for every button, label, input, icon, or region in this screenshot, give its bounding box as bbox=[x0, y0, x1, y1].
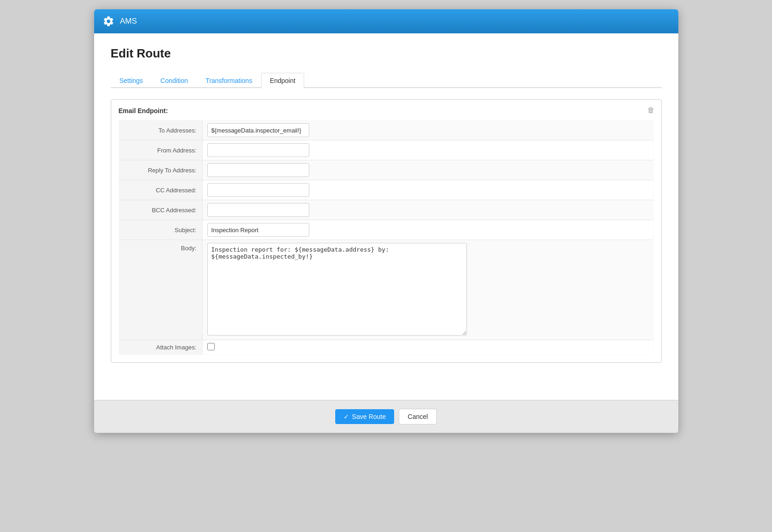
tab-condition[interactable]: Condition bbox=[152, 73, 197, 88]
attach-images-label: Attach Images: bbox=[119, 340, 202, 355]
from-address-field bbox=[202, 140, 653, 160]
bcc-row: BCC Addressed: bbox=[119, 200, 653, 220]
reply-to-row: Reply To Address: bbox=[119, 160, 653, 180]
delete-icon[interactable]: 🗑 bbox=[647, 106, 655, 114]
tab-settings[interactable]: Settings bbox=[111, 73, 152, 88]
subject-field bbox=[202, 220, 653, 240]
to-addresses-field bbox=[202, 120, 653, 140]
gear-icon bbox=[102, 15, 115, 27]
email-form-table: To Addresses: From Address: bbox=[119, 120, 654, 355]
endpoint-card: Email Endpoint: 🗑 To Addresses: From Add… bbox=[111, 99, 662, 363]
to-addresses-input[interactable] bbox=[207, 123, 309, 137]
body-textarea[interactable]: Inspection report for: ${messageData.add… bbox=[207, 243, 467, 336]
page-title: Edit Route bbox=[111, 46, 662, 61]
card-header: Email Endpoint: bbox=[119, 107, 654, 114]
to-addresses-label: To Addresses: bbox=[119, 120, 202, 140]
bcc-label: BCC Addressed: bbox=[119, 200, 202, 220]
app-window: AMS Edit Route Settings Condition Transf… bbox=[94, 9, 678, 433]
cc-row: CC Addressed: bbox=[119, 180, 653, 200]
app-name: AMS bbox=[120, 17, 137, 26]
navbar: AMS bbox=[94, 9, 678, 33]
reply-to-field bbox=[202, 160, 653, 180]
bcc-field bbox=[202, 200, 653, 220]
save-checkmark-icon: ✓ bbox=[344, 413, 349, 420]
bcc-input[interactable] bbox=[207, 203, 309, 217]
from-address-row: From Address: bbox=[119, 140, 653, 160]
subject-row: Subject: bbox=[119, 220, 653, 240]
attach-images-row: Attach Images: bbox=[119, 340, 653, 355]
body-row: Body: Inspection report for: ${messageDa… bbox=[119, 240, 653, 340]
tabs-bar: Settings Condition Transformations Endpo… bbox=[111, 72, 662, 88]
save-button[interactable]: ✓ Save Route bbox=[335, 409, 394, 424]
tab-endpoint[interactable]: Endpoint bbox=[261, 73, 304, 88]
attach-images-field bbox=[202, 340, 653, 355]
to-addresses-row: To Addresses: bbox=[119, 120, 653, 140]
subject-input[interactable] bbox=[207, 223, 309, 237]
body-field: Inspection report for: ${messageData.add… bbox=[202, 240, 653, 340]
subject-label: Subject: bbox=[119, 220, 202, 240]
main-content: Edit Route Settings Condition Transforma… bbox=[94, 33, 678, 88]
card-area: Email Endpoint: 🗑 To Addresses: From Add… bbox=[94, 88, 678, 400]
footer: ✓ Save Route Cancel bbox=[94, 400, 678, 433]
from-address-input[interactable] bbox=[207, 143, 309, 157]
cancel-button[interactable]: Cancel bbox=[399, 409, 437, 424]
save-button-label: Save Route bbox=[352, 413, 386, 420]
attach-images-checkbox[interactable] bbox=[207, 343, 215, 350]
cc-label: CC Addressed: bbox=[119, 180, 202, 200]
cc-field bbox=[202, 180, 653, 200]
tab-transformations[interactable]: Transformations bbox=[197, 73, 261, 88]
reply-to-input[interactable] bbox=[207, 163, 309, 177]
reply-to-label: Reply To Address: bbox=[119, 160, 202, 180]
body-label: Body: bbox=[119, 240, 202, 340]
from-address-label: From Address: bbox=[119, 140, 202, 160]
cc-input[interactable] bbox=[207, 183, 309, 197]
